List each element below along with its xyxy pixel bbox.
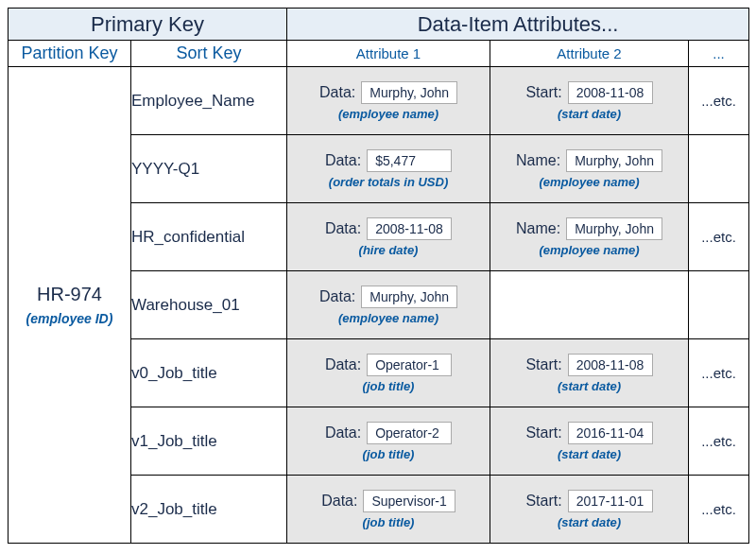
sort-key-cell: HR_confidential bbox=[131, 203, 287, 271]
more-attributes-cell: ...etc. bbox=[689, 476, 749, 544]
attr-note: (start date) bbox=[490, 515, 688, 529]
header-data-item-attributes: Data-Item Attributes... bbox=[287, 9, 749, 41]
attr-value: 2017-11-01 bbox=[568, 490, 653, 512]
more-attributes-cell: ...etc. bbox=[689, 407, 749, 476]
more-attributes-cell: ...etc. bbox=[689, 203, 749, 271]
attr-label: Data: bbox=[319, 288, 355, 305]
attr-label: Name: bbox=[516, 152, 560, 169]
attr-label: Data: bbox=[319, 84, 355, 101]
header-attribute-2: Attribute 2 bbox=[490, 41, 689, 67]
attr-label: Data: bbox=[325, 220, 361, 237]
attr-value: Operator-2 bbox=[367, 422, 452, 444]
attr-label: Start: bbox=[525, 84, 561, 101]
attr-value: Murphy, John bbox=[361, 286, 457, 308]
header-sort-key: Sort Key bbox=[131, 41, 287, 67]
attribute-1-cell: Data:Murphy, John(employee name) bbox=[287, 271, 490, 339]
dynamodb-schema-table: Primary Key Data-Item Attributes... Part… bbox=[8, 8, 749, 544]
attribute-1-cell: Data:Operator-2(job title) bbox=[287, 407, 490, 476]
attr-value: 2008-11-08 bbox=[367, 217, 452, 240]
attribute-1-cell: Data:$5,477(order totals in USD) bbox=[287, 135, 490, 203]
more-attributes-cell bbox=[689, 271, 749, 339]
attr-note: (job title) bbox=[287, 379, 490, 393]
header-primary-key: Primary Key bbox=[9, 9, 287, 41]
attr-value: Murphy, John bbox=[361, 81, 457, 104]
attr-note: (employee name) bbox=[287, 107, 490, 121]
attr-label: Data: bbox=[321, 493, 357, 510]
header-partition-key: Partition Key bbox=[9, 41, 131, 67]
attribute-2-cell: Name:Murphy, John(employee name) bbox=[490, 203, 689, 271]
attribute-2-cell: Start:2008-11-08(start date) bbox=[490, 339, 689, 407]
partition-key-cell: HR-974(employee ID) bbox=[9, 67, 131, 544]
attr-label: Start: bbox=[525, 493, 561, 510]
more-attributes-cell bbox=[689, 135, 749, 203]
sort-key-cell: v0_Job_title bbox=[131, 339, 287, 407]
sort-key-cell: Warehouse_01 bbox=[131, 271, 287, 339]
attribute-2-cell: Start:2016-11-04(start date) bbox=[490, 407, 689, 476]
attr-value: 2008-11-08 bbox=[568, 81, 653, 104]
sort-key-cell: v1_Job_title bbox=[131, 407, 287, 476]
attr-label: Data: bbox=[325, 152, 361, 169]
attr-value: Murphy, John bbox=[566, 217, 662, 240]
attr-value: Supervisor-1 bbox=[363, 490, 455, 512]
attr-label: Start: bbox=[525, 356, 561, 373]
attr-note: (employee name) bbox=[490, 175, 688, 189]
attr-note: (start date) bbox=[490, 447, 688, 461]
attribute-2-cell: Start:2017-11-01(start date) bbox=[490, 476, 689, 544]
attr-note: (employee name) bbox=[287, 311, 490, 325]
more-attributes-cell: ...etc. bbox=[689, 67, 749, 135]
header-more: ... bbox=[689, 41, 749, 67]
attr-value: Operator-1 bbox=[367, 354, 452, 376]
attribute-2-cell: Start:2008-11-08(start date) bbox=[490, 67, 689, 135]
attr-note: (order totals in USD) bbox=[287, 175, 490, 189]
more-attributes-cell: ...etc. bbox=[689, 339, 749, 407]
sort-key-cell: YYYY-Q1 bbox=[131, 135, 287, 203]
attr-note: (job title) bbox=[287, 515, 490, 529]
attribute-2-cell bbox=[490, 271, 689, 339]
attr-note: (start date) bbox=[490, 107, 688, 121]
attribute-1-cell: Data:Supervisor-1(job title) bbox=[287, 476, 490, 544]
attribute-1-cell: Data:Murphy, John(employee name) bbox=[287, 67, 490, 135]
attr-value: 2016-11-04 bbox=[568, 422, 653, 444]
attribute-2-cell: Name:Murphy, John(employee name) bbox=[490, 135, 689, 203]
header-attribute-1: Attribute 1 bbox=[287, 41, 490, 67]
attr-note: (hire date) bbox=[287, 243, 490, 257]
attr-value: Murphy, John bbox=[566, 149, 662, 172]
attr-note: (job title) bbox=[287, 447, 490, 461]
attr-label: Data: bbox=[325, 424, 361, 441]
attr-note: (start date) bbox=[490, 379, 688, 393]
attr-value: $5,477 bbox=[367, 149, 452, 172]
attr-label: Start: bbox=[525, 424, 561, 441]
partition-key-note: (employee ID) bbox=[9, 311, 130, 326]
partition-key-value: HR-974 bbox=[9, 284, 130, 305]
sort-key-cell: Employee_Name bbox=[131, 67, 287, 135]
attr-label: Name: bbox=[516, 220, 560, 237]
attribute-1-cell: Data:2008-11-08(hire date) bbox=[287, 203, 490, 271]
attr-value: 2008-11-08 bbox=[568, 354, 653, 376]
attribute-1-cell: Data:Operator-1(job title) bbox=[287, 339, 490, 407]
attr-note: (employee name) bbox=[490, 243, 688, 257]
attr-label: Data: bbox=[325, 356, 361, 373]
sort-key-cell: v2_Job_title bbox=[131, 476, 287, 544]
